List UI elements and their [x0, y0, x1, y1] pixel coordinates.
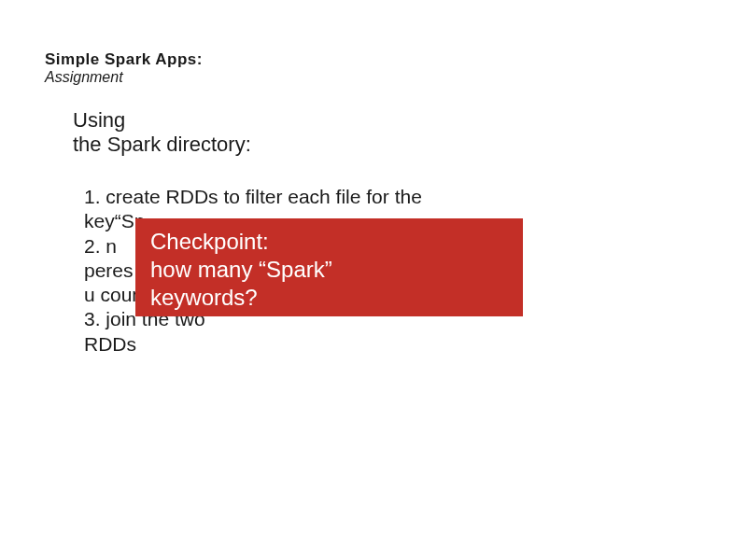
intro-text: Using the Spark directory: — [73, 108, 251, 158]
slide-subtitle: Assignment — [45, 69, 123, 86]
callout-line-3: keywords? — [150, 284, 508, 312]
intro-line-1: Using — [73, 108, 251, 133]
body-line-7: RDDs — [84, 332, 532, 357]
slide-title: Simple Spark Apps: — [45, 50, 203, 69]
callout-line-1: Checkpoint: — [150, 228, 508, 256]
callout-line-2: how many “Spark” — [150, 256, 508, 284]
intro-line-2: the Spark directory: — [73, 133, 251, 157]
checkpoint-callout: Checkpoint: how many “Spark” keywords? — [135, 218, 523, 316]
body-line-1: 1. create RDDs to filter each file for t… — [84, 185, 532, 209]
